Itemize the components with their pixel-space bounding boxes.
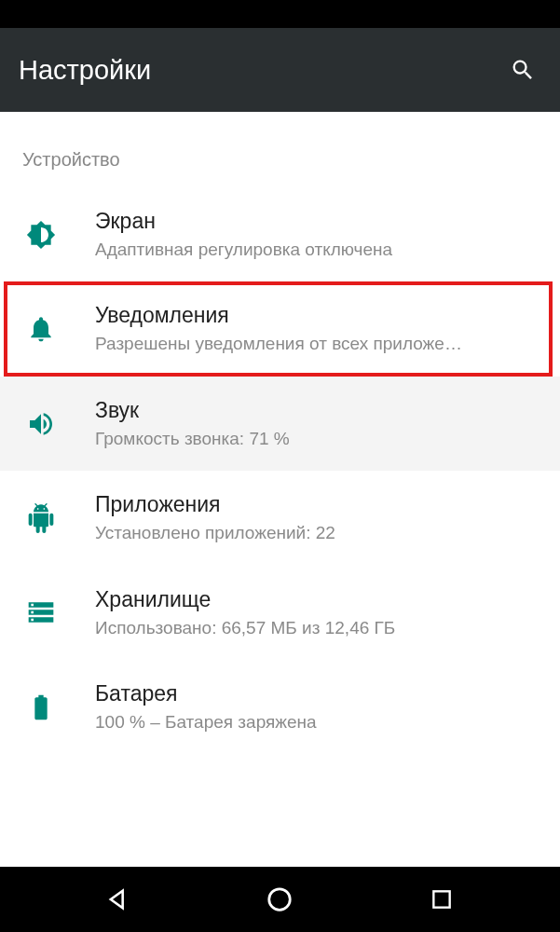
- settings-item-storage[interactable]: Хранилище Использовано: 66,57 МБ из 12,4…: [0, 566, 560, 660]
- item-text: Приложения Установлено приложений: 22: [82, 491, 541, 544]
- search-button[interactable]: [502, 49, 543, 90]
- svg-point-0: [269, 889, 291, 911]
- settings-item-sound[interactable]: Звук Громкость звонка: 71 %: [0, 377, 560, 471]
- app-bar: Настройки: [0, 28, 560, 112]
- triangle-back-icon: [105, 886, 131, 912]
- item-subtitle: 100 % – Батарея заряжена: [95, 711, 541, 734]
- item-subtitle: Разрешены уведомления от всех приложе…: [95, 333, 541, 356]
- item-subtitle: Использовано: 66,57 МБ из 12,46 ГБ: [95, 617, 541, 640]
- page-title: Настройки: [19, 55, 502, 86]
- item-text: Звук Громкость звонка: 71 %: [82, 397, 541, 450]
- item-title: Батарея: [95, 680, 541, 707]
- nav-recent-button[interactable]: [404, 876, 479, 923]
- storage-icon: [17, 597, 82, 627]
- item-title: Экран: [95, 208, 541, 235]
- bell-icon: [17, 314, 82, 344]
- square-recent-icon: [430, 887, 454, 911]
- brightness-icon: [17, 220, 82, 250]
- item-text: Батарея 100 % – Батарея заряжена: [82, 680, 541, 733]
- item-text: Уведомления Разрешены уведомления от все…: [82, 302, 541, 355]
- spacer: [0, 112, 560, 136]
- item-title: Звук: [95, 397, 541, 424]
- settings-item-notifications[interactable]: Уведомления Разрешены уведомления от все…: [0, 281, 560, 376]
- settings-item-battery[interactable]: Батарея 100 % – Батарея заряжена: [0, 660, 560, 754]
- status-bar: [0, 0, 560, 28]
- settings-item-apps[interactable]: Приложения Установлено приложений: 22: [0, 471, 560, 565]
- item-subtitle: Громкость звонка: 71 %: [95, 428, 541, 451]
- item-title: Приложения: [95, 491, 541, 518]
- item-title: Хранилище: [95, 586, 541, 613]
- circle-home-icon: [266, 885, 294, 913]
- nav-back-button[interactable]: [81, 876, 156, 923]
- item-subtitle: Адаптивная регулировка отключена: [95, 239, 541, 262]
- section-header-device: Устройство: [0, 136, 560, 187]
- item-text: Хранилище Использовано: 66,57 МБ из 12,4…: [82, 586, 541, 639]
- battery-icon: [17, 692, 82, 722]
- android-icon: [17, 503, 82, 533]
- item-title: Уведомления: [95, 302, 541, 329]
- navigation-bar: [0, 867, 560, 932]
- search-icon: [510, 57, 536, 83]
- settings-item-display[interactable]: Экран Адаптивная регулировка отключена: [0, 187, 560, 281]
- nav-home-button[interactable]: [242, 876, 317, 923]
- item-subtitle: Установлено приложений: 22: [95, 522, 541, 545]
- volume-icon: [17, 409, 82, 439]
- item-text: Экран Адаптивная регулировка отключена: [82, 208, 541, 261]
- svg-rect-1: [433, 891, 449, 907]
